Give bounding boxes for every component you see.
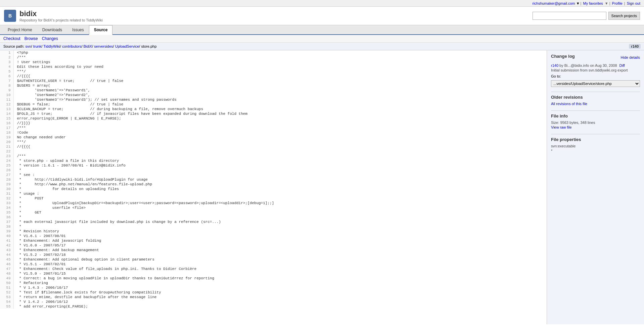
tab-project-home[interactable]: Project Home	[3, 25, 37, 34]
line-number: 5	[0, 69, 13, 74]
table-row: 26 *	[0, 168, 547, 173]
table-row: 23/***	[0, 154, 547, 158]
line-code: * usage :	[13, 191, 547, 196]
line-code: *	[13, 224, 547, 229]
table-row: 52 * Test if $filename.lock exists for G…	[0, 290, 547, 295]
path-segment-serversides[interactable]: serversides	[94, 44, 113, 48]
line-code: * V1.5.0 - 2007/01/15	[13, 271, 547, 276]
path-segment-contributors[interactable]: contributors	[62, 44, 81, 48]
table-row: 45 * Enhancement: Add optional debug opt…	[0, 257, 547, 262]
line-number: 19	[0, 135, 13, 140]
line-number: 7	[0, 79, 13, 83]
line-code: ***/	[13, 69, 547, 74]
table-row: 22	[0, 149, 547, 154]
table-row: 54 * V 1.4.2 - 2006/10/12	[0, 299, 547, 304]
line-code: $DEBUG = false; // true | false	[13, 102, 547, 107]
line-number: 23	[0, 154, 13, 158]
tab-issues[interactable]: Issues	[67, 25, 89, 34]
line-number: 28	[0, 177, 13, 182]
revision-author-label: by	[559, 63, 564, 67]
path-segment-bidix[interactable]: BidiX	[84, 44, 92, 48]
subnav-checkout[interactable]: Checkout	[3, 36, 20, 41]
line-number: 39	[0, 229, 13, 234]
table-row: 53 * return mtime, destfile and backupfi…	[0, 295, 547, 299]
path-segment-uploadservice[interactable]: UploadService	[115, 44, 139, 48]
table-row: 37 * each external javascript file inclu…	[0, 220, 547, 224]
line-code: //}}}}	[13, 121, 547, 126]
table-row: 40 * V1.6.1 - 2007/08/01	[0, 234, 547, 238]
tab-source[interactable]: Source	[89, 25, 113, 35]
table-row: 36 *	[0, 215, 547, 220]
line-code: * Enhancement: Add backup management	[13, 248, 547, 252]
line-code: $USERS = array(	[13, 83, 547, 88]
dropdown-arrow: ▼	[576, 1, 580, 5]
line-code: !Code	[13, 130, 547, 135]
table-row: 27 * see :	[0, 173, 547, 177]
hide-details-link[interactable]: Hide details	[621, 55, 640, 59]
goto-select[interactable]: ...versides/UploadService/store.php	[551, 80, 640, 87]
line-code: Edit these lines according to your need	[13, 64, 547, 69]
line-number: 52	[0, 290, 13, 295]
all-revisions-link[interactable]: All revisions of this file	[551, 102, 587, 106]
changelog-title: Change log	[551, 54, 575, 59]
signout-link[interactable]: Sign out	[627, 1, 640, 5]
line-code: * see :	[13, 173, 547, 177]
line-code: * http://www.php.net/manual/en/features.…	[13, 182, 547, 187]
line-number: 47	[0, 267, 13, 271]
line-number: 17	[0, 126, 13, 130]
table-row: 49 * Correct: a bug in moving uploadFile…	[0, 276, 547, 281]
table-row: 5***/	[0, 69, 547, 74]
table-row: 8$USERS = array(	[0, 83, 547, 88]
line-code: //{{{{	[13, 74, 547, 79]
file-info-section: File info Size: 9563 bytes, 348 lines Vi…	[551, 113, 640, 129]
line-code: ! User settings	[13, 60, 547, 64]
revision-info: r140 by Bi...@bidix.info on Aug 30, 2008…	[551, 63, 640, 72]
line-number: 10	[0, 93, 13, 97]
my-favorites-link[interactable]: My favorites	[583, 1, 603, 5]
user-email-link[interactable]: richshumaker@gmail.com	[532, 1, 575, 5]
revision-link[interactable]: r140	[551, 63, 558, 67]
view-raw-link[interactable]: View raw file	[551, 125, 572, 129]
revision-message: Initial submission from svn.tiddlywiki.o…	[551, 68, 640, 72]
search-input[interactable]	[533, 12, 606, 20]
line-number: 37	[0, 220, 13, 224]
line-number: 20	[0, 140, 13, 144]
line-number: 2	[0, 55, 13, 60]
line-number: 48	[0, 271, 13, 276]
line-code: ***/	[13, 140, 547, 144]
code-area[interactable]: 1<?php2/***3! User settings4Edit these l…	[0, 50, 547, 324]
line-code: * return mtime, destfile and backupfile …	[13, 295, 547, 299]
line-code: * add error_reporting(E_PARSE);	[13, 304, 547, 309]
line-code: 'UserName1'=>'Password1',	[13, 88, 547, 93]
table-row: 1<?php	[0, 50, 547, 55]
search-area: Search projects	[533, 12, 640, 20]
line-number: 34	[0, 205, 13, 210]
line-number: 18	[0, 130, 13, 135]
line-number: 55	[0, 304, 13, 309]
table-row: 38 *	[0, 224, 547, 229]
subnav-browse[interactable]: Browse	[25, 36, 38, 41]
table-row: 30 * for details on uploading files	[0, 187, 547, 191]
line-number: 4	[0, 64, 13, 69]
nav-tabs: Project Home Downloads Issues Source	[0, 25, 644, 35]
line-code: 'UserName2'=>'Password2',	[13, 93, 547, 97]
table-row: 11 'UserName3'=>'Password3'); // set use…	[0, 97, 547, 102]
diff-link[interactable]: Diff	[619, 63, 625, 67]
table-row: 46 * V1.5.1 - 2007/02/01	[0, 262, 547, 267]
profile-link[interactable]: Profile	[612, 1, 623, 5]
line-number: 30	[0, 187, 13, 191]
line-number: 33	[0, 201, 13, 205]
table-row: 15error_reporting(E_ERROR | E_WARNING | …	[0, 116, 547, 121]
tab-downloads[interactable]: Downloads	[37, 25, 67, 34]
line-code: * V1.6.0 - 2007/05/17	[13, 243, 547, 248]
table-row: 29 * http://www.php.net/manual/en/featur…	[0, 182, 547, 187]
subnav-changes[interactable]: Changes	[42, 36, 58, 41]
code-tbody: 1<?php2/***3! User settings4Edit these l…	[0, 50, 547, 309]
path-segment-tiddlywiki[interactable]: TiddlyWiki	[43, 44, 60, 48]
line-code: $FOLD_JS = true; // if javascript files …	[13, 111, 547, 116]
path-segment-trunk[interactable]: trunk	[33, 44, 41, 48]
line-code: * Enhancement: Add javascript folding	[13, 238, 547, 243]
path-segment-svn[interactable]: svn	[25, 44, 31, 48]
search-button[interactable]: Search projects	[608, 12, 640, 20]
property-name: svn:executable	[551, 144, 640, 148]
